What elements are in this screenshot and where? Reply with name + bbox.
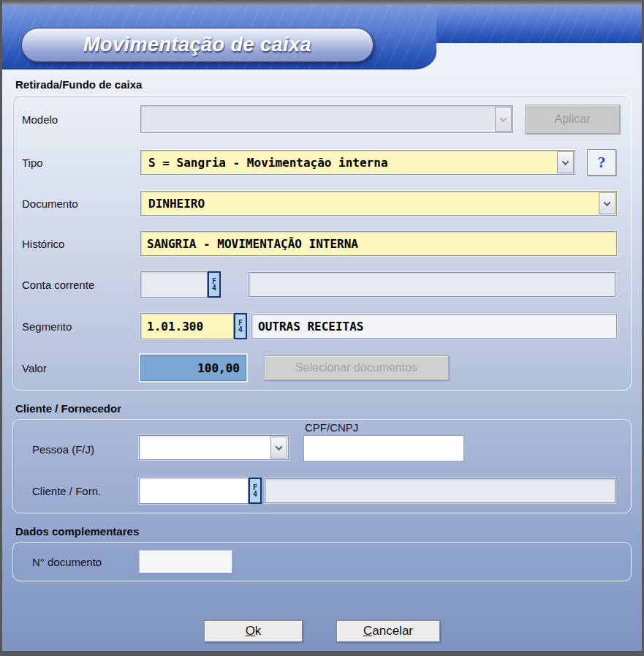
documento-select[interactable]: DINHEIRO — [140, 191, 617, 216]
title-pill: Movimentação de caixa — [21, 28, 374, 62]
chevron-down-icon — [557, 151, 574, 173]
conta-corrente-label: Conta corrente — [22, 279, 140, 291]
numdoc-input[interactable] — [139, 550, 232, 573]
chevron-down-icon — [495, 107, 512, 132]
modelo-label: Modelo — [22, 113, 140, 126]
dialog-header: Movimentação de caixa — [2, 5, 642, 69]
dialog-title: Movimentação de caixa — [83, 34, 311, 56]
f4-lookup-button[interactable]: F4 — [208, 271, 221, 298]
cpf-cnpj-label: CPF/CNPJ — [305, 421, 464, 434]
valor-row: Valor Selecionar documentos — [22, 355, 622, 381]
historico-input[interactable] — [140, 231, 617, 256]
dados-groupbox: N° documento — [12, 542, 632, 581]
aplicar-button[interactable]: Aplicar — [525, 105, 620, 134]
documento-label: Documento — [22, 197, 140, 210]
segmento-label: Segmento — [22, 320, 140, 333]
documento-row: Documento DINHEIRO — [22, 191, 622, 216]
selecionar-documentos-button[interactable]: Selecionar documentos — [264, 355, 449, 380]
pessoa-label: Pessoa (F/J) — [31, 443, 139, 456]
cancel-button[interactable]: Cancelar — [336, 620, 440, 642]
retirada-section-heading: Retirada/Fundo de caixa — [15, 78, 632, 91]
tipo-label: Tipo — [22, 157, 140, 169]
dialog-body: Retirada/Fundo de caixa Modelo Aplicar T… — [2, 69, 642, 651]
cliente-forn-label: Cliente / Forn. — [31, 485, 139, 497]
cliente-groupbox: Pessoa (F/J) CPF/CNPJ Cliente / Forn. F4 — [12, 419, 632, 513]
historico-label: Histórico — [22, 238, 140, 250]
historico-row: Histórico — [22, 231, 622, 256]
f4-lookup-button[interactable]: F4 — [234, 313, 247, 339]
conta-corrente-desc-input[interactable] — [249, 272, 615, 297]
tipo-select-value: S = Sangria - Movimentação interna — [141, 156, 556, 170]
pessoa-row: Pessoa (F/J) CPF/CNPJ — [22, 421, 622, 461]
chevron-down-icon — [270, 437, 287, 459]
chevron-down-icon — [599, 192, 615, 214]
cpf-cnpj-group: CPF/CNPJ — [303, 421, 464, 461]
modelo-row: Modelo Aplicar — [22, 105, 622, 134]
cliente-forn-desc-input[interactable] — [265, 478, 615, 503]
retirada-groupbox: Modelo Aplicar Tipo S = Sangria - Movime… — [12, 95, 632, 391]
segmento-code-input[interactable] — [140, 313, 234, 339]
cliente-section-heading: Cliente / Fornecedor — [15, 402, 632, 415]
segmento-row: Segmento F4 — [22, 313, 622, 339]
valor-input[interactable] — [140, 355, 246, 381]
f4-icon: F4 — [212, 278, 217, 291]
cpf-cnpj-input[interactable] — [303, 435, 464, 461]
conta-corrente-row: Conta corrente F4 — [22, 271, 622, 298]
pessoa-select[interactable] — [139, 435, 289, 460]
f4-lookup-button[interactable]: F4 — [249, 478, 262, 504]
modelo-select[interactable] — [140, 105, 513, 133]
documento-select-value: DINHEIRO — [141, 197, 598, 211]
valor-label: Valor — [22, 362, 140, 374]
cliente-forn-row: Cliente / Forn. F4 — [22, 478, 622, 504]
ok-button[interactable]: Ok — [204, 620, 303, 642]
f4-icon: F4 — [253, 484, 258, 497]
cliente-forn-code-input[interactable] — [139, 478, 249, 504]
help-button[interactable]: ? — [587, 149, 616, 176]
window-top-edge — [2, 0, 642, 5]
segmento-desc-input[interactable] — [251, 314, 617, 339]
cash-movement-dialog: Movimentação de caixa Retirada/Fundo de … — [0, 0, 644, 656]
dados-section-heading: Dados complementares — [15, 525, 632, 538]
dialog-footer: Ok Cancelar — [12, 620, 632, 642]
conta-corrente-code-input[interactable] — [140, 271, 208, 298]
f4-icon: F4 — [238, 320, 243, 333]
tipo-row: Tipo S = Sangria - Movimentação interna … — [22, 149, 622, 176]
numdoc-row: N° documento — [22, 550, 622, 573]
tipo-select[interactable]: S = Sangria - Movimentação interna — [140, 150, 575, 175]
numdoc-label: N° documento — [31, 556, 139, 568]
